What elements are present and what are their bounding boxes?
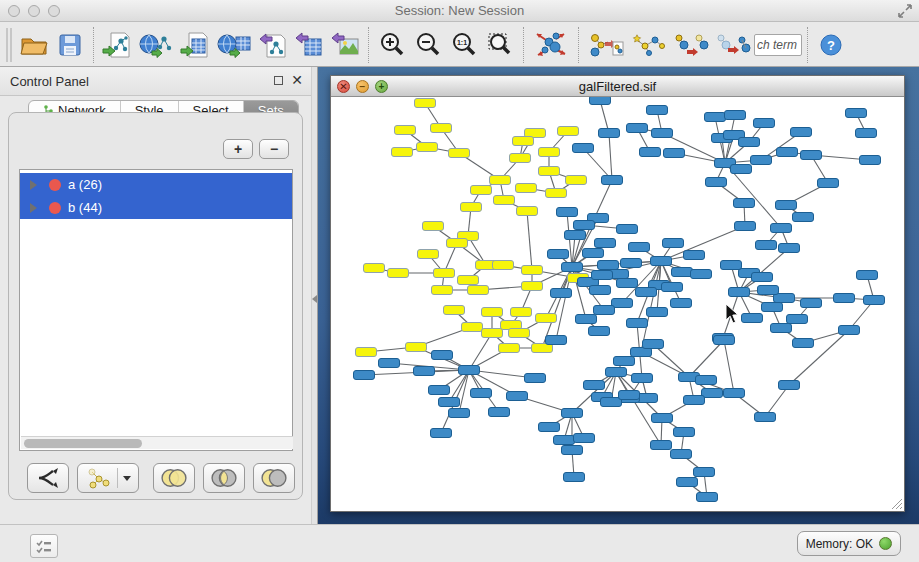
graph-node[interactable] [652,414,673,423]
graph-node[interactable] [671,299,692,308]
graph-node[interactable] [793,213,814,222]
graph-node[interactable] [423,222,444,231]
graph-edge[interactable] [689,340,724,377]
graph-node[interactable] [664,149,685,158]
graph-node[interactable] [364,264,385,273]
graph-node[interactable] [539,148,560,157]
graph-node[interactable] [417,143,438,152]
graph-node[interactable] [754,119,775,128]
graph-node[interactable] [507,392,528,401]
graph-node[interactable] [356,348,377,357]
graph-node[interactable] [640,148,661,157]
graph-node[interactable] [471,186,492,195]
graph-node[interactable] [493,261,514,270]
expander-icon[interactable] [30,180,37,190]
graph-node[interactable] [617,279,638,288]
graph-node[interactable] [574,434,595,443]
graph-node[interactable] [864,296,885,305]
graph-node[interactable] [565,231,586,240]
set-row-b[interactable]: b (44) [20,196,292,219]
graph-node[interactable] [739,138,760,147]
paste-selection-button[interactable] [712,26,754,64]
graph-node[interactable] [461,203,482,212]
graph-node[interactable] [522,266,543,275]
graph-node[interactable] [516,184,537,193]
graph-node[interactable] [672,268,693,277]
graph-node[interactable] [471,389,492,398]
expander-icon[interactable] [30,203,37,213]
graph-node[interactable] [599,129,620,138]
remove-set-button[interactable]: − [259,139,289,159]
graph-node[interactable] [458,276,479,285]
graph-node[interactable] [651,441,672,450]
graph-node[interactable] [776,201,797,210]
graph-node[interactable] [517,207,538,216]
graph-node[interactable] [643,340,664,349]
graph-node[interactable] [590,97,611,105]
graph-node[interactable] [601,398,622,407]
graph-node[interactable] [647,106,668,115]
graph-node[interactable] [414,367,435,376]
graph-node[interactable] [494,196,515,205]
graph-node[interactable] [839,326,860,335]
graph-node[interactable] [482,308,503,317]
horizontal-scrollbar[interactable] [21,436,293,449]
graph-node[interactable] [482,329,503,338]
graph-node[interactable] [674,428,695,437]
split-sets-button[interactable] [27,463,69,493]
graph-node[interactable] [388,269,409,278]
graph-node[interactable] [771,224,792,233]
graph-node[interactable] [449,409,470,418]
add-set-button[interactable]: + [223,139,253,159]
graph-node[interactable] [714,336,735,345]
graph-node[interactable] [489,408,510,417]
graph-node[interactable] [677,478,698,487]
graph-node[interactable] [432,286,453,295]
graph-node[interactable] [818,179,839,188]
graph-node[interactable] [415,99,436,108]
graph-node[interactable] [439,398,460,407]
graph-node[interactable] [742,314,763,323]
graph-node[interactable] [562,263,583,272]
graph-node[interactable] [751,156,772,165]
memory-status-button[interactable]: Memory: OK [797,531,901,556]
graph-node[interactable] [546,189,567,198]
graph-node[interactable] [834,294,855,303]
select-first-neighbors-button[interactable] [584,26,628,64]
graph-node[interactable] [663,239,684,248]
graph-node[interactable] [694,468,715,477]
graph-node[interactable] [499,344,520,353]
graph-edge[interactable] [527,211,532,270]
graph-node[interactable] [662,283,683,292]
search-input[interactable]: ch term [754,34,802,56]
graph-node[interactable] [490,176,511,185]
graph-node[interactable] [801,151,822,160]
scrollbar-thumb[interactable] [24,439,142,448]
graph-node[interactable] [779,381,800,390]
graph-node[interactable] [562,409,583,418]
graph-node[interactable] [459,366,480,375]
graph-node[interactable] [684,251,705,260]
network-graph[interactable] [331,97,904,511]
graph-node[interactable] [617,225,638,234]
graph-node[interactable] [691,270,712,279]
zoom-actual-size-button[interactable]: 1:1 [446,26,482,64]
graph-node[interactable] [592,271,613,280]
graph-node[interactable] [447,239,468,248]
graph-node[interactable] [449,149,470,158]
network-canvas[interactable] [331,97,904,511]
graph-node[interactable] [752,273,773,282]
graph-node[interactable] [432,351,453,360]
copy-selection-button[interactable] [670,26,712,64]
resize-grip-icon[interactable] [889,496,903,510]
graph-node[interactable] [602,176,623,185]
graph-node[interactable] [652,129,673,138]
graph-node[interactable] [684,396,705,405]
venn-union-button[interactable] [153,463,195,493]
graph-node[interactable] [395,126,416,135]
graph-node[interactable] [706,178,727,187]
graph-node[interactable] [573,144,594,153]
graph-node[interactable] [539,423,560,432]
graph-node[interactable] [619,391,640,400]
graph-node[interactable] [857,271,878,280]
